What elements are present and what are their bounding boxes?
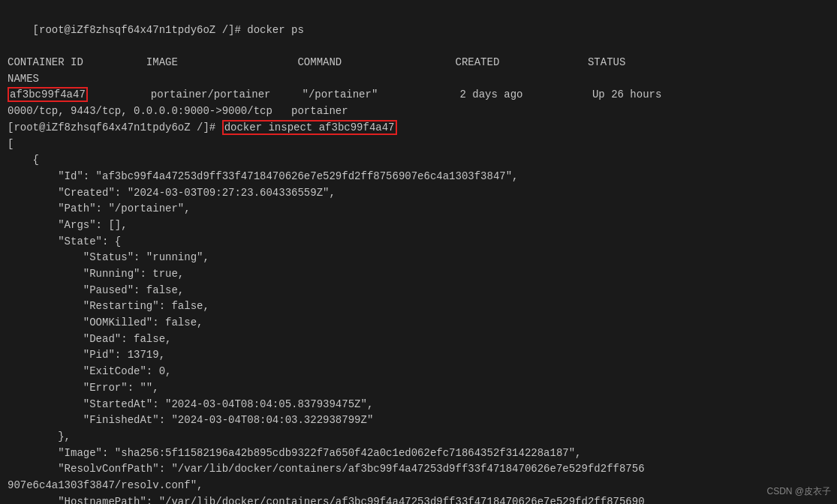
json-state-close: }, (8, 429, 829, 446)
json-created: "Created": "2024-03-03T09:27:23.60433655… (8, 185, 829, 202)
json-startedat: "StartedAt": "2024-03-04T08:04:05.837939… (8, 397, 829, 413)
terminal: [root@iZf8zhsqf64x47n1tpdy6oZ /]# docker… (0, 0, 837, 504)
json-running: "Running": true, (8, 266, 829, 283)
json-path: "Path": "/portainer", (8, 201, 829, 218)
json-resolvconfpath-1: "ResolvConfPath": "/var/lib/docker/conta… (8, 461, 829, 478)
json-hostnamepath-1: "HostnamePath": "/var/lib/docker/contain… (8, 494, 829, 504)
table-header-line1: CONTAINER ID IMAGE COMMAND CREATED STATU… (8, 55, 829, 71)
watermark: CSDN @皮衣子 (766, 485, 831, 498)
json-finishedat: "FinishedAt": "2024-03-04T08:04:03.32293… (8, 412, 829, 429)
json-image: "Image": "sha256:5f11582196a42b895cdb932… (8, 446, 829, 462)
json-resolvconfpath-2: 907e6c4a1303f3847/resolv.conf", (8, 478, 829, 494)
json-state-open: "State": { (8, 234, 829, 250)
inspect-command-line: [root@iZf8zhsqf64x47n1tpdy6oZ /]# docker… (8, 120, 829, 136)
json-error: "Error": "", (8, 380, 829, 397)
docker-ps-command: [root@iZf8zhsqf64x47n1tpdy6oZ /]# docker… (8, 6, 829, 55)
json-paused: "Paused": false, (8, 283, 829, 299)
json-open-brace: { (8, 152, 829, 169)
json-open-bracket: [ (8, 136, 829, 153)
json-args: "Args": [], (8, 218, 829, 234)
json-oomkilled: "OOMKilled": false, (8, 315, 829, 332)
json-exitcode: "ExitCode": 0, (8, 364, 829, 380)
inspect-cmd-highlight: docker inspect af3bc99f4a47 (222, 120, 397, 135)
json-restarting: "Restarting": false, (8, 298, 829, 315)
ports-line: 0000/tcp, 9443/tcp, 0.0.0.0:9000->9000/t… (8, 104, 829, 120)
prompt-text: [root@iZf8zhsqf64x47n1tpdy6oZ /]# (33, 24, 248, 36)
json-dead: "Dead": false, (8, 332, 829, 348)
container-id-highlight: af3bc99f4a47 (8, 87, 88, 102)
json-pid: "Pid": 13719, (8, 347, 829, 364)
table-header-line2: NAMES (8, 71, 829, 88)
json-id: "Id": "af3bc99f4a47253d9ff33f4718470626e… (8, 169, 829, 185)
ps-row: af3bc99f4a47 portainer/portainer "/porta… (8, 87, 829, 104)
json-status: "Status": "running", (8, 250, 829, 266)
